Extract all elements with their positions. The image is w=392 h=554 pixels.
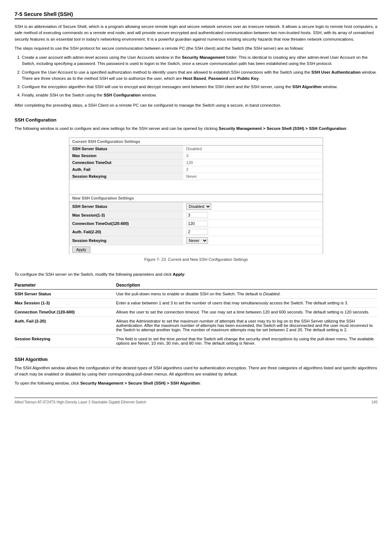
table-row: Session Rekeying Never 10 min 30 min 60 … <box>69 236 323 245</box>
table-row: Max Session 3 <box>69 152 323 159</box>
configure-intro: To configure the SSH server on the Switc… <box>15 271 377 278</box>
step-3: Configure the encryption algorithm that … <box>22 84 377 90</box>
table-row: Session Rekeying Never <box>69 173 323 180</box>
step-2: Configure the User Account to use a spec… <box>22 69 377 82</box>
figure-caption: Figure 7- 23. Current and New SSH Config… <box>144 257 248 263</box>
step-4: Finally, enable SSH on the Switch using … <box>22 92 377 98</box>
intro-p2: The steps required to use the SSH protoc… <box>15 45 377 52</box>
auth-fail-input[interactable] <box>186 229 208 235</box>
table-row: Max Session(1-3) <box>69 211 323 219</box>
table-row: SSH Server Status Disabled Enabled <box>69 202 323 211</box>
param-name-ssh-server: SSH Server Status <box>15 289 116 298</box>
table-row: SSH Server Status Disabled <box>69 145 323 152</box>
apply-button[interactable]: Apply <box>72 246 90 253</box>
current-auth-fail-label: Auth. Fail <box>69 166 184 173</box>
section-title: 7-5 Secure Shell (SSH) <box>15 11 377 19</box>
param-name-session-rekeying: Session Rekeying <box>15 334 116 348</box>
current-max-session-value: 3 <box>183 152 323 159</box>
param-desc-auth-fail: Allows the Administrator to set the maxi… <box>116 316 377 334</box>
current-session-rekeying-value: Never <box>183 173 323 180</box>
ssh-algorithm-p2: To open the following window, click Secu… <box>15 380 377 386</box>
session-rekeying-select[interactable]: Never 10 min 30 min 60 min <box>186 237 208 244</box>
current-connection-timeout-value: 120 <box>183 159 323 166</box>
ssh-algorithm-title: SSH Algorithm <box>15 357 377 362</box>
param-desc-connection-timeout: Allows the user to set the connection ti… <box>116 307 377 316</box>
param-desc-session-rekeying: This field is used to set the time perio… <box>116 334 377 348</box>
apply-row: Apply <box>69 245 323 254</box>
current-session-rekeying-label: Session Rekeying <box>69 173 184 180</box>
new-settings-header-row: New SSH Configuration Settings <box>69 194 323 202</box>
gap-row <box>69 180 323 187</box>
param-desc-ssh-server: Use the pull-down menu to enable or disa… <box>116 289 377 298</box>
new-settings-header: New SSH Configuration Settings <box>69 194 323 202</box>
desc-col-header: Description <box>116 281 377 290</box>
new-session-rekeying-label: Session Rekeying <box>69 236 184 245</box>
param-row-session-rekeying: Session Rekeying This field is used to s… <box>15 334 377 348</box>
new-auth-fail-cell[interactable] <box>183 228 323 236</box>
param-table-header: Parameter Description <box>15 281 377 290</box>
param-table: Parameter Description SSH Server Status … <box>15 281 377 348</box>
intro-p1: SSH is an abbreviation of Secure Shell, … <box>15 24 377 42</box>
gap-row-2 <box>69 187 323 194</box>
param-row-ssh-server: SSH Server Status Use the pull-down menu… <box>15 289 377 298</box>
current-ssh-server-status-label: SSH Server Status <box>69 145 184 152</box>
param-col-header: Parameter <box>15 281 116 290</box>
new-max-session-label: Max Session(1-3) <box>69 211 184 219</box>
ssh-algorithm-p1: The SSH Algorithm window allows the conf… <box>15 365 377 378</box>
current-settings-header: Current SSH Configuration Settings <box>69 138 323 145</box>
table-row: Connection TimeOut 120 <box>69 159 323 166</box>
footer-left: Allied Telesyn AT-9724TS High-Density La… <box>15 400 146 404</box>
current-max-session-label: Max Session <box>69 152 184 159</box>
param-name-auth-fail: Auth. Fail (2-20) <box>15 316 116 334</box>
param-name-max-session: Max Session (1-3) <box>15 298 116 307</box>
param-row-connection-timeout: Connection TimeOut (120-600) Allows the … <box>15 307 377 316</box>
current-auth-fail-value: 2 <box>183 166 323 173</box>
new-session-rekeying-cell[interactable]: Never 10 min 30 min 60 min <box>183 236 323 245</box>
table-row: Auth. Fail(2-20) <box>69 228 323 236</box>
table-row: Connection TimeOut(120-600) <box>69 219 323 228</box>
new-ssh-server-status-label: SSH Server Status <box>69 202 184 211</box>
step-1: Create a user account with admin-level a… <box>22 54 377 67</box>
param-row-max-session: Max Session (1-3) Enter a value between … <box>15 298 377 307</box>
ssh-server-status-select[interactable]: Disabled Enabled <box>186 203 211 210</box>
new-connection-timeout-cell[interactable] <box>183 219 323 228</box>
ssh-config-figure: Current SSH Configuration Settings SSH S… <box>69 138 323 266</box>
new-auth-fail-label: Auth. Fail(2-20) <box>69 228 184 236</box>
current-settings-header-row: Current SSH Configuration Settings <box>69 138 323 145</box>
new-connection-timeout-label: Connection TimeOut(120-600) <box>69 219 184 228</box>
new-max-session-cell[interactable] <box>183 211 323 219</box>
steps-list: Create a user account with admin-level a… <box>22 54 377 99</box>
footer: Allied Telesyn AT-9724TS High-Density La… <box>15 398 377 404</box>
table-row: Auth. Fail 2 <box>69 166 323 173</box>
ssh-config-intro: The following window is used to configur… <box>15 126 377 132</box>
footer-right: 145 <box>371 400 377 404</box>
current-ssh-server-status-value: Disabled <box>183 145 323 152</box>
new-ssh-server-status-cell[interactable]: Disabled Enabled <box>183 202 323 211</box>
param-desc-max-session: Enter a value between 1 and 3 to set the… <box>116 298 377 307</box>
param-name-connection-timeout: Connection TimeOut (120-600) <box>15 307 116 316</box>
after-steps-text: After completing the preceding steps, a … <box>15 102 377 108</box>
ssh-config-title: SSH Configuration <box>15 117 377 123</box>
current-connection-timeout-label: Connection TimeOut <box>69 159 184 166</box>
ssh-config-table: Current SSH Configuration Settings SSH S… <box>69 138 323 254</box>
connection-timeout-input[interactable] <box>186 221 208 226</box>
max-session-input[interactable] <box>186 212 208 218</box>
param-row-auth-fail: Auth. Fail (2-20) Allows the Administrat… <box>15 316 377 334</box>
